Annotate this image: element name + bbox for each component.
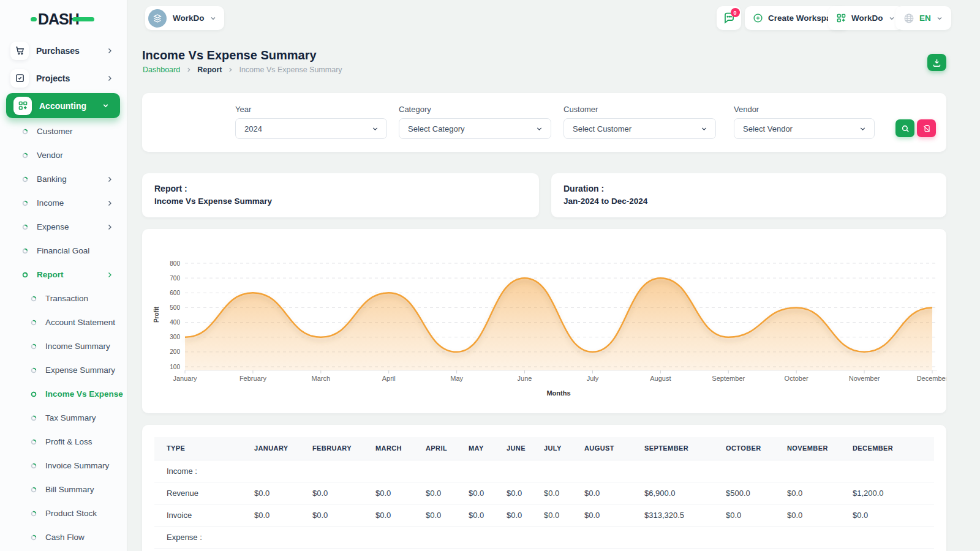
sidebar-item-invoice-summary[interactable]: Invoice Summary: [0, 454, 127, 478]
language-selector[interactable]: EN: [895, 6, 951, 30]
customer-label: Customer: [564, 105, 716, 114]
sidebar-item-income-summary[interactable]: Income Summary: [0, 334, 127, 358]
sidebar-item-label: Cash Flow: [45, 533, 85, 542]
group-label: Expense :: [154, 526, 934, 548]
sidebar-item-transaction[interactable]: Transaction: [0, 287, 127, 310]
sidebar-item-label: Bill Summary: [45, 485, 94, 494]
cell-value: $0.0: [726, 504, 787, 526]
workspace-switcher[interactable]: WorkDo: [145, 6, 224, 30]
filter-card: Year 2024 Category Select Category Custo…: [142, 93, 946, 152]
sidebar-item-account-statement[interactable]: Account Statement: [0, 310, 127, 334]
sidebar-item-label: Invoice Summary: [45, 461, 109, 470]
cell-value: $0.0: [375, 504, 426, 526]
sidebar-item-label: Income Summary: [45, 342, 110, 351]
svg-text:February: February: [239, 375, 267, 382]
sidebar-item-bill-summary[interactable]: Bill Summary: [0, 478, 127, 501]
breadcrumb-current: Income Vs Expense Summary: [239, 66, 342, 74]
workspace-menu-label: WorkDo: [851, 13, 883, 23]
svg-text:July: July: [587, 375, 599, 382]
bullet-icon: [22, 272, 28, 278]
category-select[interactable]: Select Category: [399, 118, 551, 139]
messages-button[interactable]: 0: [717, 6, 741, 30]
sidebar-item-purchases[interactable]: Purchases: [0, 37, 127, 64]
sidebar-item-label: Customer: [37, 127, 73, 136]
cell-value: $0.0: [254, 504, 312, 526]
bullet-icon: [31, 343, 37, 350]
cell-value: $0.0: [469, 482, 507, 504]
svg-text:200: 200: [170, 348, 180, 355]
sidebar-item-tax-summary[interactable]: Tax Summary: [0, 406, 127, 430]
sidebar-item-label: Profit & Loss: [45, 437, 92, 446]
workspace-menu-button[interactable]: WorkDo: [828, 6, 903, 30]
year-select[interactable]: 2024: [235, 118, 387, 139]
bullet-icon: [22, 200, 28, 206]
cell-value: $0.0: [787, 482, 853, 504]
bullet-icon: [31, 439, 37, 445]
cell-value: $0.0: [426, 482, 469, 504]
bullet-icon: [31, 463, 37, 469]
cell-value: $1,200.0: [853, 482, 934, 504]
sidebar-item-income[interactable]: Income: [0, 191, 127, 215]
apply-filter-button[interactable]: [895, 119, 914, 137]
sidebar-item-cash-flow[interactable]: Cash Flow: [0, 525, 127, 549]
sidebar-item-label: Banking: [37, 174, 67, 184]
chevron-down-icon: [371, 125, 379, 133]
sidebar-item-expense-summary[interactable]: Expense Summary: [0, 358, 127, 382]
sidebar-item-report[interactable]: Report: [0, 263, 127, 287]
sidebar-nav: PurchasesProjectsAccountingCustomerVendo…: [0, 37, 127, 549]
sidebar-item-vendor[interactable]: Vendor: [0, 143, 127, 167]
sidebar-item-customer[interactable]: Customer: [0, 119, 127, 143]
breadcrumb-dashboard[interactable]: Dashboard: [143, 66, 180, 74]
cell-value: $313,320.5: [644, 504, 726, 526]
sidebar-item-label: Income: [37, 198, 64, 208]
sidebar-item-product-stock[interactable]: Product Stock: [0, 501, 127, 525]
column-header: JULY: [544, 437, 584, 460]
sidebar-item-label: Vendor: [37, 151, 63, 160]
customer-select[interactable]: Select Customer: [564, 118, 716, 139]
dash-logo-icon: DASH: [31, 9, 95, 29]
column-header: APRIL: [426, 437, 469, 460]
table-group-row: Income :: [154, 460, 934, 482]
svg-text:300: 300: [170, 334, 180, 340]
sidebar-item-income-vs-expense[interactable]: Income Vs Expense: [0, 382, 127, 406]
bullet-icon: [31, 487, 37, 493]
year-label: Year: [235, 105, 387, 114]
breadcrumb-report[interactable]: Report: [197, 66, 222, 74]
income-expense-table: TYPEJANUARYFEBRUARYMARCHAPRILMAYJUNEJULY…: [154, 437, 934, 549]
svg-text:700: 700: [170, 275, 180, 282]
group-label: Income :: [154, 460, 934, 482]
cell-value: $0.0: [507, 482, 544, 504]
vendor-value: Select Vendor: [743, 124, 793, 133]
chevron-right-icon: [106, 47, 113, 54]
bullet-icon: [22, 224, 28, 230]
table-header-row: TYPEJANUARYFEBRUARYMARCHAPRILMAYJUNEJULY…: [154, 437, 934, 460]
svg-text:March: March: [312, 375, 331, 382]
search-icon: [901, 124, 910, 133]
sidebar-item-label: Financial Goal: [37, 246, 89, 255]
income-vs-expense-chart: 100200300400500600700800JanuaryFebruaryM…: [142, 229, 946, 413]
chevron-down-icon: [102, 102, 110, 110]
cell-value: $0.0: [787, 504, 853, 526]
sidebar-item-projects[interactable]: Projects: [0, 64, 127, 92]
app-logo[interactable]: DASH: [31, 9, 95, 29]
bullet-icon: [31, 534, 37, 541]
sidebar: DASH PurchasesProjectsAccountingCustomer…: [0, 0, 127, 551]
bullet-icon: [31, 511, 37, 517]
chevron-down-icon: [700, 125, 708, 133]
sidebar-item-expense[interactable]: Expense: [0, 215, 127, 239]
svg-text:December: December: [917, 375, 946, 382]
vendor-select[interactable]: Select Vendor: [734, 118, 875, 139]
chevron-down-icon: [209, 15, 217, 22]
report-info-card: Report : Income Vs Expense Summary: [142, 173, 539, 217]
download-button[interactable]: [927, 54, 946, 71]
duration-card-title: Duration :: [564, 184, 604, 193]
sidebar-item-accounting[interactable]: Accounting: [0, 92, 127, 119]
cell-value: $0.0: [507, 504, 544, 526]
sidebar-item-label: Transaction: [45, 294, 88, 303]
bullet-icon: [22, 248, 28, 254]
sidebar-item-banking[interactable]: Banking: [0, 167, 127, 191]
table-row: Revenue$0.0$0.0$0.0$0.0$0.0$0.0$0.0$0.0$…: [154, 482, 934, 504]
reset-filter-button[interactable]: [917, 119, 936, 137]
sidebar-item-profit-loss[interactable]: Profit & Loss: [0, 430, 127, 454]
sidebar-item-financial-goal[interactable]: Financial Goal: [0, 239, 127, 263]
